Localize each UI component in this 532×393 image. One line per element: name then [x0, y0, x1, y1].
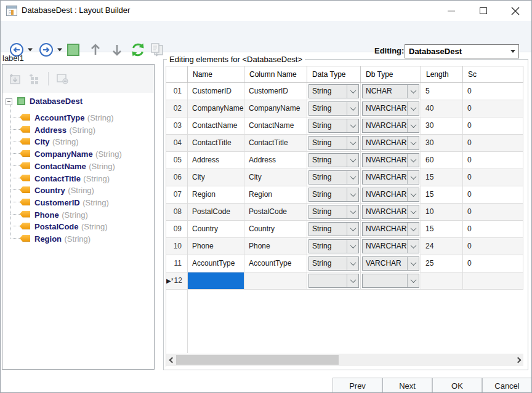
column-header-corner[interactable]	[166, 66, 188, 83]
row-header-11[interactable]: 11	[166, 255, 188, 272]
combo-dropdown-button[interactable]	[407, 223, 419, 236]
column-header-name[interactable]: Name	[188, 66, 244, 83]
cell-05-scale[interactable]: 0	[463, 152, 523, 169]
add-element-button[interactable]	[9, 73, 21, 85]
cell-05-column_name[interactable]: Address	[244, 152, 307, 169]
row-header-01[interactable]: 01	[166, 83, 188, 100]
db-type-combobox[interactable]: NVARCHAR	[362, 205, 419, 219]
cell-09-column_name[interactable]: Country	[244, 221, 307, 238]
cell-06-data_type[interactable]: String	[307, 169, 361, 186]
refresh-button[interactable]	[131, 42, 145, 57]
db-type-combobox[interactable]: NVARCHAR	[362, 188, 419, 202]
data-type-combobox[interactable]: String	[308, 170, 359, 185]
tree-node-companyname[interactable]: CompanyName (String)	[2, 148, 154, 159]
cell-07-data_type[interactable]: String	[307, 186, 361, 204]
combo-dropdown-button[interactable]	[407, 240, 419, 253]
cell-06-column_name[interactable]: City	[244, 169, 307, 186]
cell-10-scale[interactable]: 0	[463, 238, 523, 255]
combo-dropdown-button[interactable]	[407, 119, 419, 132]
move-down-button[interactable]	[111, 44, 123, 56]
cell-03-db_type[interactable]: NVARCHAR	[361, 117, 421, 135]
cell-02-name[interactable]: CompanyName	[188, 100, 244, 117]
forward-button[interactable]	[39, 42, 54, 57]
cell-10-db_type[interactable]: NVARCHAR	[361, 238, 421, 255]
tree-node-phone[interactable]: Phone (String)	[2, 208, 154, 220]
combo-dropdown-button[interactable]	[347, 119, 358, 132]
cell-07-column_name[interactable]: Region	[244, 186, 307, 204]
db-type-combobox[interactable]: NVARCHAR	[362, 170, 419, 185]
cell-01-db_type[interactable]: NCHAR	[361, 83, 421, 100]
cell-08-length[interactable]: 10	[421, 204, 463, 221]
cell-04-length[interactable]: 30	[421, 135, 463, 152]
combo-dropdown-button[interactable]	[407, 257, 419, 270]
row-header-12[interactable]: ▶*12	[166, 272, 188, 290]
data-type-combobox[interactable]: String	[308, 101, 359, 116]
cell-01-column_name[interactable]: CustomerID	[244, 83, 307, 100]
cell-10-column_name[interactable]: Phone	[244, 238, 307, 255]
db-type-combobox[interactable]: NVARCHAR	[362, 136, 419, 150]
cell-12-data_type[interactable]	[307, 272, 361, 290]
db-type-combobox[interactable]: VARCHAR	[362, 256, 419, 271]
cell-04-data_type[interactable]: String	[307, 135, 361, 152]
row-header-03[interactable]: 03	[166, 117, 188, 135]
tree-node-city[interactable]: City (String)	[2, 135, 154, 147]
combo-dropdown-button[interactable]	[407, 171, 419, 184]
combo-dropdown-button[interactable]	[347, 205, 358, 218]
combo-dropdown-button[interactable]	[347, 85, 358, 98]
cell-01-data_type[interactable]: String	[307, 83, 361, 100]
db-type-combobox[interactable]: NVARCHAR	[362, 239, 419, 253]
data-type-combobox[interactable]: String	[308, 205, 359, 219]
cell-11-column_name[interactable]: AccountType	[244, 255, 307, 272]
cell-11-data_type[interactable]: String	[307, 255, 361, 272]
cell-10-name[interactable]: Phone	[188, 238, 244, 255]
combo-dropdown-button[interactable]	[407, 102, 419, 115]
cell-02-data_type[interactable]: String	[307, 100, 361, 117]
scroll-right-button[interactable]	[512, 354, 523, 366]
tree-node-country[interactable]: Country (String)	[2, 184, 154, 196]
cell-11-length[interactable]: 25	[421, 255, 463, 272]
next-button[interactable]: Next	[382, 378, 432, 393]
data-type-combobox[interactable]: String	[308, 153, 359, 167]
cell-08-scale[interactable]: 0	[463, 204, 523, 221]
tree-node-region[interactable]: Region (String)	[2, 232, 154, 244]
row-header-05[interactable]: 05	[166, 152, 188, 169]
cell-12-length[interactable]	[421, 272, 463, 290]
combo-dropdown-button[interactable]	[347, 257, 358, 270]
cell-07-name[interactable]: Region	[188, 186, 244, 204]
cell-02-db_type[interactable]: NVARCHAR	[361, 100, 421, 117]
row-header-09[interactable]: 09	[166, 221, 188, 238]
cell-03-name[interactable]: ContactName	[188, 117, 244, 135]
cell-02-length[interactable]: 40	[421, 100, 463, 117]
data-type-combobox[interactable]: String	[308, 239, 359, 253]
db-type-combobox[interactable]: NVARCHAR	[362, 119, 419, 133]
cell-06-scale[interactable]: 0	[463, 169, 523, 186]
cell-10-length[interactable]: 24	[421, 238, 463, 255]
row-header-04[interactable]: 04	[166, 135, 188, 152]
back-dropdown-button[interactable]	[28, 49, 33, 52]
cell-06-length[interactable]: 15	[421, 169, 463, 186]
combo-dropdown-button[interactable]	[347, 188, 358, 201]
data-type-combobox[interactable]	[308, 274, 359, 288]
db-type-combobox[interactable]: NVARCHAR	[362, 153, 419, 167]
combo-dropdown-button[interactable]	[407, 205, 419, 218]
prev-button[interactable]: Prev	[332, 378, 382, 393]
cell-04-scale[interactable]: 0	[463, 135, 523, 152]
data-type-combobox[interactable]: String	[308, 188, 359, 202]
combo-dropdown-button[interactable]	[407, 274, 419, 287]
tree-expander-icon[interactable]	[6, 98, 12, 105]
cell-05-name[interactable]: Address	[188, 152, 244, 169]
minimize-button[interactable]	[435, 1, 467, 21]
combo-dropdown-button[interactable]	[347, 223, 358, 236]
cell-05-data_type[interactable]: String	[307, 152, 361, 169]
data-type-combobox[interactable]: String	[308, 256, 359, 271]
combo-dropdown-button[interactable]	[347, 274, 358, 287]
row-header-08[interactable]: 08	[166, 204, 188, 221]
cell-07-scale[interactable]: 0	[463, 186, 523, 204]
cell-03-data_type[interactable]: String	[307, 117, 361, 135]
cell-10-data_type[interactable]: String	[307, 238, 361, 255]
row-header-07[interactable]: 07	[166, 186, 188, 204]
cell-12-db_type[interactable]	[361, 272, 421, 290]
combo-dropdown-button[interactable]	[347, 102, 358, 115]
cell-09-data_type[interactable]: String	[307, 221, 361, 238]
cell-04-column_name[interactable]: ContactTitle	[244, 135, 307, 152]
